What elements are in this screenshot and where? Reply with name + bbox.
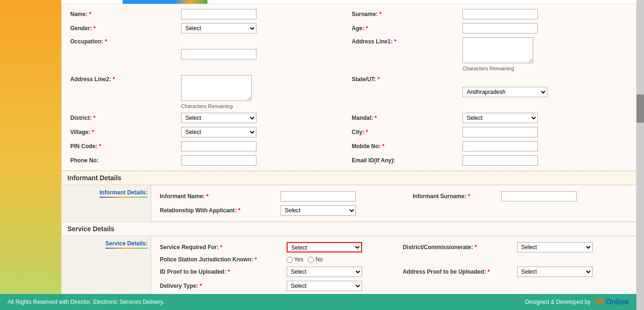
district-comm-label: District/Commissionerate: * bbox=[403, 244, 477, 251]
police-station-yes-radio[interactable] bbox=[287, 257, 293, 263]
informant-sidebar-label: Informant Details: bbox=[61, 185, 151, 222]
address1-label: Address Line1: * bbox=[352, 38, 396, 45]
top-bar bbox=[123, 0, 207, 4]
gender-select[interactable]: Select Male Female Transgender bbox=[181, 23, 256, 34]
city-label: City: * bbox=[352, 129, 368, 135]
district-select[interactable]: Select bbox=[181, 113, 256, 123]
chars-remaining-1: Characters Remaining bbox=[462, 66, 627, 71]
name-input[interactable] bbox=[181, 9, 256, 19]
address1-textarea[interactable] bbox=[462, 37, 533, 63]
service-details-section: Service Details: Service Required For: * bbox=[61, 236, 636, 297]
mobile-label: Mobile No: * bbox=[352, 143, 384, 150]
id-proof-select[interactable]: Select bbox=[287, 267, 362, 277]
village-select[interactable]: Select bbox=[181, 127, 256, 137]
main-content: Name: * Surname: * bbox=[61, 0, 636, 310]
informant-section-header: Informant Details bbox=[61, 171, 636, 185]
gender-label: Gender: * bbox=[70, 25, 96, 32]
age-input[interactable] bbox=[462, 23, 538, 34]
address2-textarea[interactable] bbox=[181, 75, 252, 101]
informant-surname-input[interactable] bbox=[501, 191, 577, 201]
name-label: Name: * bbox=[70, 11, 91, 17]
footer-left-text: All Rights Reserved with Director, Elect… bbox=[8, 299, 165, 305]
district-commissionerate-select[interactable]: Select bbox=[517, 242, 593, 252]
id-proof-label: ID Proof to be Uploaded: * bbox=[160, 268, 230, 275]
police-station-radio-group: Yes No bbox=[287, 256, 397, 263]
pincode-label: PIN Code: * bbox=[70, 143, 101, 150]
mobile-input[interactable] bbox=[462, 141, 538, 151]
informant-surname-label: Informant Surname: * bbox=[413, 193, 470, 200]
footer-ap-online: AP Online bbox=[595, 298, 629, 306]
state-label: State/UT: * bbox=[352, 76, 380, 83]
relationship-select[interactable]: Select Father Mother Spouse Son Daughter… bbox=[281, 205, 356, 216]
state-select[interactable]: Andhrapradesh Telangana Karnataka bbox=[462, 87, 547, 97]
district-label: District: * bbox=[70, 115, 95, 121]
email-label: Email ID(If Any): bbox=[352, 157, 395, 164]
phone-input[interactable] bbox=[181, 155, 256, 166]
pincode-input[interactable] bbox=[181, 141, 256, 151]
city-input[interactable] bbox=[462, 127, 538, 137]
surname-label: Surname: * bbox=[352, 11, 381, 17]
chars-remaining-2: Characters Remaining bbox=[181, 103, 346, 109]
occupation-label: Occupation: * bbox=[70, 38, 107, 45]
informant-name-input[interactable] bbox=[281, 191, 356, 201]
footer-ap-text: AP bbox=[595, 298, 605, 306]
mandal-label: Mandal: * bbox=[352, 115, 377, 121]
footer-online-text: Online bbox=[605, 298, 629, 306]
scrollbar[interactable] bbox=[636, 0, 644, 310]
occupation-input[interactable] bbox=[181, 49, 256, 59]
service-section-header: Service Details bbox=[61, 222, 636, 236]
surname-input[interactable] bbox=[462, 9, 538, 19]
address-proof-select[interactable]: Select bbox=[517, 267, 593, 277]
service-form-content: Service Required For: * Select bbox=[151, 236, 636, 297]
police-station-no-radio[interactable] bbox=[308, 257, 314, 263]
footer: All Rights Reserved with Director, Elect… bbox=[0, 294, 636, 310]
address2-label: Address Line2: * bbox=[70, 76, 115, 83]
footer-designed-by: Designed & Developed by bbox=[525, 299, 591, 305]
delivery-type-label: Delivery Type: * bbox=[160, 283, 202, 289]
phone-label: Phone No: bbox=[70, 157, 99, 164]
service-sidebar-label: Service Details: bbox=[61, 236, 151, 297]
village-label: Village: * bbox=[70, 129, 94, 135]
police-station-no-label: No bbox=[308, 256, 322, 263]
service-for-label: Service Required For: * bbox=[160, 244, 223, 251]
informant-form-content: Informant Name: * Informant Surname: bbox=[151, 185, 636, 222]
footer-right: Designed & Developed by AP Online bbox=[525, 298, 629, 306]
age-label: Age: * bbox=[352, 25, 368, 32]
address-proof-label: Address Proof to be Uploaded: * bbox=[403, 268, 490, 275]
delivery-type-select[interactable]: Select bbox=[287, 281, 362, 291]
informant-name-label: Informant Name: * bbox=[160, 193, 208, 200]
scrollbar-thumb[interactable] bbox=[636, 94, 644, 123]
informant-details-section: Informant Details: Informant Name: * bbox=[61, 185, 636, 222]
mandal-select[interactable]: Select bbox=[462, 113, 538, 123]
personal-fields-top: Name: * Surname: * bbox=[61, 4, 636, 171]
relationship-label: Relationship With Applicant: * bbox=[160, 207, 240, 214]
email-input[interactable] bbox=[462, 155, 538, 166]
police-station-yes-label: Yes bbox=[287, 256, 304, 263]
left-sidebar bbox=[0, 0, 61, 310]
service-required-for-select[interactable]: Select bbox=[287, 242, 362, 252]
form-area: Name: * Surname: * bbox=[61, 4, 636, 310]
police-station-label: Police Station Jurisdiction Known: * bbox=[160, 256, 257, 263]
